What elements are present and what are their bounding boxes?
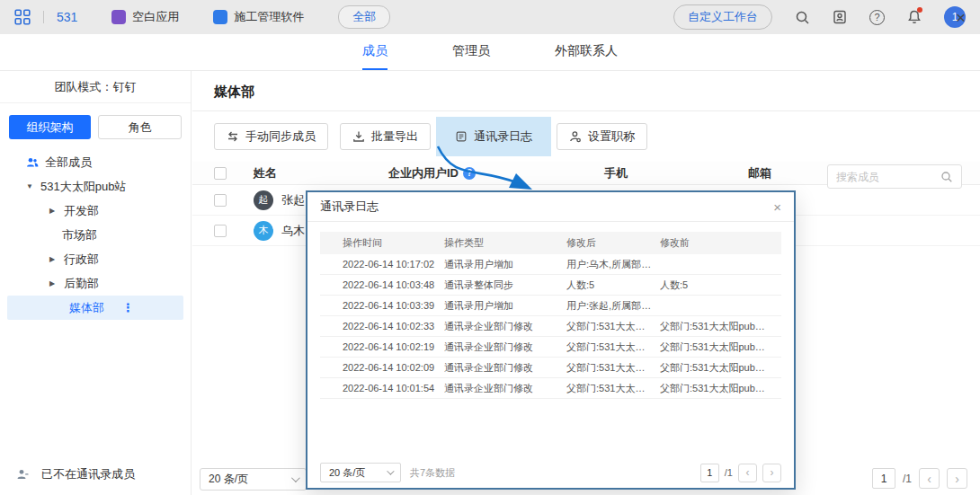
tree-item-dev-dept[interactable]: 开发部 bbox=[0, 199, 191, 223]
log-row: 2022-06-14 10:02:09通讯录企业部门修改 父部门:531大太阳p… bbox=[320, 358, 781, 378]
modal-title: 通讯录日志 bbox=[320, 199, 379, 215]
blank-app-icon bbox=[111, 10, 126, 24]
tree-item-label: 媒体部 bbox=[69, 300, 104, 316]
app-tab-construction[interactable]: 施工管理软件 bbox=[213, 9, 304, 25]
tree-item-label: 市场部 bbox=[62, 227, 97, 243]
log-table-header: 操作时间 操作类型 修改后 修改前 bbox=[320, 232, 781, 254]
tree-item-market-dept[interactable]: 市场部 bbox=[0, 223, 191, 247]
notification-bell-icon[interactable] bbox=[906, 9, 922, 25]
tree-item-media-dept[interactable]: 媒体部 bbox=[7, 296, 183, 320]
modal-page-size-select[interactable]: 20 条/页 bbox=[320, 463, 401, 482]
modal-next-page-button[interactable]: › bbox=[762, 464, 781, 482]
column-user-id-label: 企业内用户ID bbox=[388, 165, 459, 181]
topbar-left: 531 空白应用 施工管理软件 全部 bbox=[14, 5, 390, 29]
tab-external-contacts[interactable]: 外部联系人 bbox=[555, 34, 618, 70]
batch-export-label: 批量导出 bbox=[371, 128, 418, 145]
tree-item-root-site[interactable]: 531大太阳pub站 bbox=[0, 174, 191, 199]
log-row: 2022-06-14 10:03:48通讯录整体同步 人数:5人数:5 bbox=[320, 275, 781, 296]
team-mode-label: 团队模式：钉钉 bbox=[0, 71, 191, 103]
download-icon bbox=[352, 130, 365, 143]
topbar-divider bbox=[43, 11, 44, 23]
modal-prev-page-button[interactable]: ‹ bbox=[738, 464, 757, 482]
column-user-id: 企业内用户ID bbox=[388, 165, 604, 181]
screen: 531 空白应用 施工管理软件 全部 自定义工作台 bbox=[0, 0, 980, 495]
member-name: 乌木 bbox=[281, 223, 305, 239]
ex-member-icon bbox=[16, 468, 29, 481]
caret-right-icon[interactable] bbox=[49, 279, 58, 287]
ex-members-label: 已不在通讯录成员 bbox=[41, 466, 135, 482]
column-name: 姓名 bbox=[254, 165, 388, 181]
tree-item-label: 开发部 bbox=[64, 203, 99, 219]
log-col-before: 修改前 bbox=[660, 236, 781, 250]
select-all-checkbox[interactable] bbox=[214, 167, 227, 180]
caret-down-icon[interactable] bbox=[26, 182, 34, 190]
help-icon[interactable] bbox=[869, 10, 885, 25]
contacts-icon[interactable] bbox=[832, 9, 848, 25]
tree-item-admin-dept[interactable]: 行政部 bbox=[0, 247, 191, 271]
contact-log-button[interactable]: 通讯录日志 bbox=[442, 123, 545, 150]
topbar: 531 空白应用 施工管理软件 全部 自定义工作台 bbox=[0, 0, 980, 34]
tab-members[interactable]: 成员 bbox=[362, 34, 388, 70]
log-col-after: 修改后 bbox=[566, 236, 660, 250]
manual-sync-label: 手动同步成员 bbox=[245, 128, 316, 145]
contact-log-label: 通讯录日志 bbox=[474, 128, 532, 145]
member-search bbox=[827, 164, 962, 189]
set-title-button[interactable]: 设置职称 bbox=[557, 123, 647, 150]
modal-page-number-input[interactable] bbox=[700, 464, 719, 482]
ex-members-entry[interactable]: 已不在通讯录成员 bbox=[16, 466, 135, 482]
main-pagination: /1 ‹ › bbox=[872, 468, 967, 489]
caret-right-icon[interactable] bbox=[49, 207, 58, 215]
notification-badge bbox=[917, 7, 922, 13]
toggle-roles[interactable]: 角色 bbox=[98, 115, 182, 139]
manual-sync-button[interactable]: 手动同步成员 bbox=[214, 123, 328, 150]
app-tab-label: 施工管理软件 bbox=[234, 9, 304, 25]
modal-footer: 20 条/页 共7条数据 /1 ‹ › bbox=[320, 463, 781, 482]
contact-log-modal: 通讯录日志 操作时间 操作类型 修改后 修改前 2022-06-14 10:17… bbox=[306, 190, 796, 490]
log-table: 操作时间 操作类型 修改后 修改前 2022-06-14 10:17:02通讯录… bbox=[320, 232, 781, 399]
app-tab-blank[interactable]: 空白应用 bbox=[111, 9, 179, 25]
people-icon bbox=[26, 156, 39, 169]
prev-page-button[interactable]: ‹ bbox=[919, 468, 940, 489]
modal-header: 通讯录日志 bbox=[307, 192, 794, 222]
row-checkbox[interactable] bbox=[214, 225, 227, 237]
sync-icon bbox=[227, 130, 239, 143]
tree-item-label: 行政部 bbox=[64, 252, 99, 268]
chevron-down-icon bbox=[387, 467, 394, 474]
log-col-type: 操作类型 bbox=[444, 236, 566, 250]
next-page-button[interactable]: › bbox=[947, 468, 967, 489]
tree-item-all-members[interactable]: 全部成员 bbox=[0, 150, 191, 174]
toolbar: 手动同步成员 批量导出 通讯录日志 设置职称 bbox=[192, 111, 980, 162]
search-input[interactable] bbox=[836, 171, 940, 183]
customize-workbench-button[interactable]: 自定义工作台 bbox=[673, 4, 772, 30]
chevron-down-icon bbox=[291, 473, 300, 482]
column-phone: 手机 bbox=[604, 165, 748, 181]
search-icon bbox=[940, 171, 953, 183]
search-icon[interactable] bbox=[794, 9, 810, 25]
avatar: 木 bbox=[254, 221, 273, 241]
log-row: 2022-06-14 10:17:02通讯录用户增加 用户:乌木,所属部门:媒体… bbox=[320, 254, 781, 275]
row-checkbox[interactable] bbox=[214, 194, 227, 207]
batch-export-button[interactable]: 批量导出 bbox=[340, 123, 431, 150]
page-total: /1 bbox=[903, 473, 912, 485]
page-title: 媒体部 bbox=[192, 71, 980, 111]
tree-item-label: 531大太阳pub站 bbox=[40, 179, 126, 195]
tabbar: 成员 管理员 外部联系人 bbox=[0, 34, 980, 71]
help-tooltip-icon[interactable] bbox=[463, 167, 476, 180]
modal-close-icon[interactable] bbox=[773, 199, 781, 215]
page-size-select[interactable]: 20 条/页 bbox=[200, 468, 307, 491]
close-icon[interactable] bbox=[956, 8, 966, 28]
caret-right-icon[interactable] bbox=[49, 255, 58, 263]
log-col-time: 操作时间 bbox=[343, 236, 444, 250]
workspace-tab[interactable]: 531 bbox=[57, 10, 77, 24]
log-row: 2022-06-14 10:01:54通讯录企业部门修改 父部门:531大太阳p… bbox=[320, 378, 781, 399]
topbar-right: 自定义工作台 1 bbox=[673, 4, 966, 30]
tree-item-logistics-dept[interactable]: 后勤部 bbox=[0, 271, 191, 296]
page-size-value: 20 条/页 bbox=[209, 472, 248, 487]
log-icon bbox=[455, 130, 468, 143]
tab-admins[interactable]: 管理员 bbox=[452, 34, 490, 70]
page-number-input[interactable] bbox=[872, 468, 895, 489]
workbench-grid-icon[interactable] bbox=[14, 9, 31, 25]
all-apps-pill[interactable]: 全部 bbox=[338, 5, 390, 29]
toggle-org-structure[interactable]: 组织架构 bbox=[9, 115, 91, 139]
more-dots-icon[interactable] bbox=[122, 301, 134, 314]
